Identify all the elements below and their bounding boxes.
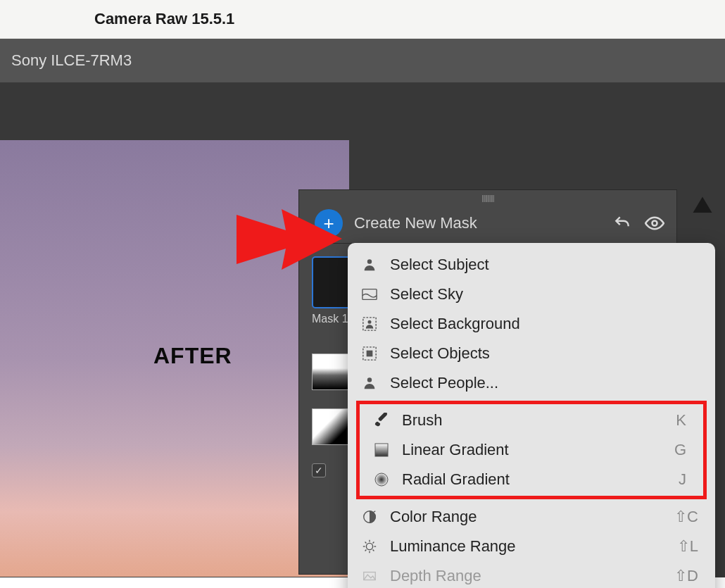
menu-select-sky[interactable]: Select Sky: [348, 280, 715, 309]
shortcut-key: J: [679, 470, 686, 489]
menu-label: Select Background: [390, 315, 698, 333]
svg-line-17: [365, 542, 367, 544]
luminance-icon: [360, 537, 379, 556]
app-title-bar: Camera Raw 15.5.1: [0, 0, 725, 39]
objects-icon: [360, 344, 379, 363]
svg-point-5: [368, 320, 371, 323]
masking-tool-icon[interactable]: [690, 194, 715, 219]
shortcut-key: ⇧C: [674, 508, 698, 526]
svg-point-8: [367, 377, 372, 382]
linear-gradient-icon: [372, 441, 391, 459]
camera-model: Sony ILCE-7RM3: [11, 51, 725, 70]
panel-drag-handle[interactable]: |||||||||||: [299, 194, 676, 202]
main-editor-area: AFTER ||||||||||| + Create New Mask Mask…: [0, 82, 725, 577]
menu-label: Radial Gradient: [402, 470, 667, 489]
after-annotation: AFTER: [153, 343, 232, 369]
radial-gradient-icon: [372, 470, 391, 489]
background-icon: [360, 315, 379, 333]
menu-label: Luminance Range: [390, 537, 666, 556]
svg-point-12: [366, 543, 372, 549]
brush-icon: [372, 411, 391, 430]
svg-line-19: [365, 550, 367, 551]
svg-point-0: [652, 221, 657, 226]
shortcut-key: K: [676, 411, 686, 430]
menu-select-subject[interactable]: Select Subject: [348, 250, 715, 280]
menu-luminance-range[interactable]: Luminance Range ⇧L: [348, 532, 715, 561]
show-overlay-checkbox[interactable]: ✓: [312, 463, 326, 477]
camera-info-bar: Sony ILCE-7RM3: [0, 39, 725, 82]
highlighted-tools-group: Brush K Linear Gradient G Radial Gradien…: [356, 401, 707, 499]
svg-point-10: [375, 473, 388, 486]
color-range-icon: [360, 508, 379, 526]
menu-label: Select Objects: [390, 344, 698, 363]
svg-line-20: [373, 542, 374, 544]
create-new-mask-label: Create New Mask: [354, 214, 600, 232]
menu-select-objects[interactable]: Select Objects: [348, 339, 715, 368]
svg-rect-7: [367, 351, 372, 356]
menu-label: Select Sky: [390, 285, 698, 304]
svg-line-18: [373, 550, 374, 551]
person-icon: [360, 256, 379, 274]
menu-select-background[interactable]: Select Background: [348, 309, 715, 339]
app-title: Camera Raw 15.5.1: [94, 10, 725, 28]
tutorial-arrow-icon: [237, 209, 342, 287]
menu-select-people[interactable]: Select People...: [348, 368, 715, 398]
depth-icon: [360, 567, 379, 585]
shortcut-key: G: [674, 441, 686, 459]
menu-label: Color Range: [390, 508, 663, 526]
menu-color-range[interactable]: Color Range ⇧C: [348, 502, 715, 532]
undo-icon[interactable]: [612, 213, 633, 234]
svg-rect-9: [375, 444, 388, 456]
svg-point-2: [367, 259, 372, 263]
svg-marker-1: [237, 209, 342, 270]
visibility-icon[interactable]: [644, 213, 665, 234]
create-new-mask-row: + Create New Mask: [299, 205, 676, 243]
shortcut-key: ⇧L: [677, 537, 698, 556]
menu-linear-gradient[interactable]: Linear Gradient G: [360, 435, 703, 465]
menu-label: Select People...: [390, 374, 698, 392]
people-icon: [360, 374, 379, 392]
menu-radial-gradient[interactable]: Radial Gradient J: [360, 465, 703, 494]
sky-icon: [360, 285, 379, 304]
create-mask-menu: Select Subject Select Sky Select Backgro…: [348, 243, 715, 588]
menu-label: Linear Gradient: [402, 441, 663, 459]
menu-depth-range: Depth Range ⇧D: [348, 561, 715, 588]
menu-label: Brush: [402, 411, 664, 430]
menu-label: Depth Range: [390, 567, 663, 585]
menu-label: Select Subject: [390, 256, 698, 274]
shortcut-key: ⇧D: [674, 567, 698, 585]
menu-brush[interactable]: Brush K: [360, 406, 703, 435]
